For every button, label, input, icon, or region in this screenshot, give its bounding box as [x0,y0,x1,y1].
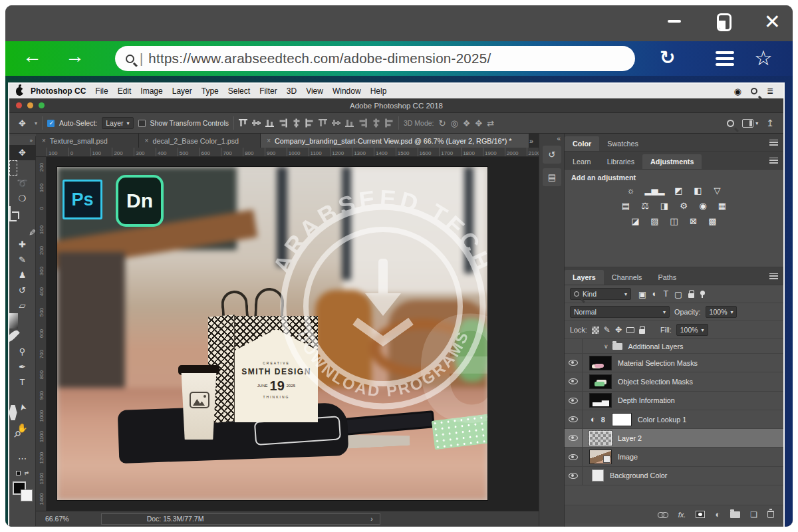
spotlight-icon[interactable] [751,88,757,94]
tab-company-branding[interactable]: ×Company_branding_start-Current View.psd… [261,134,529,148]
menu-item[interactable]: Filter [255,86,282,96]
align-horizontal-center-icon[interactable] [292,119,300,128]
lasso-tool[interactable]: ➰ [9,176,36,191]
visibility-toggle[interactable] [565,429,583,447]
gradient-tool[interactable] [9,313,18,329]
scale-3d-icon[interactable]: ⇄ [487,118,494,128]
adjustment-icon[interactable]: ▦ [717,201,728,211]
distribute-left-icon[interactable] [358,119,366,128]
menu-item[interactable]: 3D [282,86,301,96]
link-layers-icon[interactable] [658,512,668,517]
kind-filter-dropdown[interactable]: Kind▾ [570,288,631,300]
auto-select-checkbox[interactable] [47,120,55,127]
layer-row-selected[interactable]: Layer 2 [565,429,783,448]
menu-item[interactable]: Select [223,86,255,96]
swap-colors-icon[interactable]: ⇄ [25,470,29,476]
visibility-toggle[interactable] [565,392,583,410]
maximize-icon[interactable] [717,13,732,31]
layer-name[interactable]: Depth Information [618,396,675,404]
menu-item[interactable]: Photoshop CC [26,86,90,96]
show-transform-checkbox[interactable] [138,120,146,127]
minimize-icon[interactable] [668,20,681,23]
tab-texture-small[interactable]: ×Texture_small.psd [36,134,139,148]
menu-item[interactable]: Type [197,86,223,96]
opacity-dropdown[interactable]: 100%▾ [706,306,737,318]
panel-menu-icon[interactable] [769,273,778,281]
layer-name[interactable]: Color Lookup 1 [638,416,686,424]
adjustment-icon[interactable]: ◧ [693,186,704,196]
add-mask-icon[interactable] [696,511,705,518]
orbit-3d-icon[interactable]: ↻ [439,118,446,128]
lock-artboard-icon[interactable] [626,327,634,333]
panel-menu-icon[interactable] [769,140,778,147]
pen-tool[interactable]: ✒ [9,359,36,374]
layer-thumbnail[interactable] [592,469,604,481]
layer-thumbnail[interactable] [589,393,612,408]
close-tab-icon[interactable]: × [145,137,149,144]
adjustment-icon[interactable]: ◩ [674,186,684,196]
layer-name[interactable]: Material Selection Masks [618,359,698,367]
quick-selection-tool[interactable]: ❍ [9,191,36,206]
delete-layer-icon[interactable] [767,511,774,518]
layer-thumbnail[interactable] [589,431,612,446]
crop-tool[interactable] [9,206,17,221]
layer-row[interactable]: Material Selection Masks [565,354,783,372]
lock-position-icon[interactable]: ✥ [615,325,622,334]
filter-toggle-icon[interactable] [700,291,705,295]
distribute-bottom-icon[interactable] [345,119,354,127]
adjustment-icon[interactable]: ⊠ [688,216,699,226]
menu-item[interactable]: File [90,86,112,96]
move-tool-icon[interactable]: ✥ [15,118,30,128]
lock-transparency-icon[interactable] [592,327,599,334]
layer-row[interactable]: Object Selection Masks [565,372,783,391]
layer-name[interactable]: Object Selection Masks [618,378,693,386]
zoom-level[interactable]: 66.67% [45,515,69,523]
blur-tool[interactable] [8,329,19,344]
bookmark-star-icon[interactable]: ☆ [754,46,773,70]
workspace-switcher[interactable]: ▾ [742,119,758,128]
close-tab-icon[interactable]: × [267,137,271,144]
group-name[interactable]: Additional Layers [628,342,684,350]
filter-smart-object-icon[interactable] [688,293,694,298]
new-layer-icon[interactable]: ❏ [750,510,757,519]
default-colors-icon[interactable] [16,471,21,475]
tool-preset-chevron-icon[interactable]: ▾ [35,120,37,126]
visibility-toggle[interactable] [565,467,583,485]
visibility-toggle[interactable] [565,410,583,428]
adjustment-icon[interactable]: ▩ [708,216,718,226]
layer-row[interactable]: Image [565,448,783,466]
eye-icon[interactable] [569,360,578,366]
layer-name[interactable]: Layer 2 [618,434,642,442]
new-group-icon[interactable] [730,511,740,518]
forward-icon[interactable]: → [65,45,84,67]
blend-mode-dropdown[interactable]: Normal▾ [570,306,670,318]
eye-icon[interactable] [569,473,578,479]
menu-item[interactable]: Image [136,86,167,96]
tab-learn[interactable]: Learn [565,154,599,169]
layer-row[interactable]: ◐ 8 Color Lookup 1 [565,410,783,429]
adjustment-icon[interactable]: ▨ [650,216,660,226]
filter-pixel-icon[interactable]: ▣ [638,289,646,299]
drag-3d-icon[interactable]: ❖ [463,118,471,128]
dodge-tool[interactable]: ⚲ [9,344,36,359]
filter-adjustment-icon[interactable]: ◐ [652,289,658,299]
align-top-icon[interactable] [239,119,247,127]
distribute-right-icon[interactable] [385,119,393,128]
brush-tool[interactable]: ✎ [9,252,36,267]
menu-item[interactable]: Layer [168,86,197,96]
menu-item[interactable]: Edit [113,86,136,96]
adjustment-icon[interactable]: ⚖ [640,201,650,211]
adjustment-icon[interactable]: ◨ [659,201,670,211]
adjustment-icon[interactable]: ▽ [712,186,723,196]
menu-item[interactable]: Help [366,86,392,96]
url-text[interactable]: https://www.arabseedtech.com/adobe-dimen… [148,51,491,66]
document-image[interactable]: CREATIVE SMITH DESIGN JUNE192025 THINKIN… [57,167,487,500]
tab-swatches[interactable]: Swatches [599,136,646,151]
properties-panel-icon[interactable]: ▤ [543,168,561,186]
layer-thumbnail[interactable] [589,450,612,464]
layer-thumbnail[interactable] [589,356,612,370]
eye-icon[interactable] [569,378,578,384]
layer-group-row[interactable]: ∨ Additional Layers [565,339,783,354]
visibility-toggle[interactable] [565,448,583,466]
align-bottom-icon[interactable] [265,119,274,127]
